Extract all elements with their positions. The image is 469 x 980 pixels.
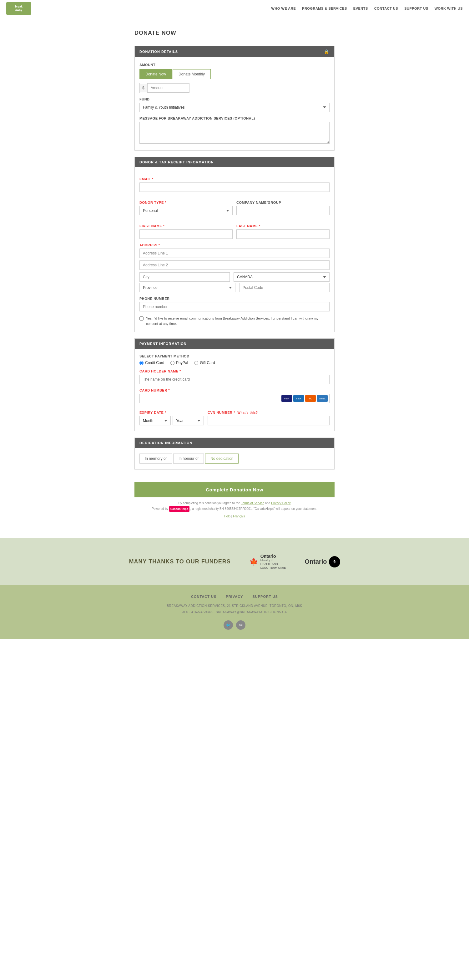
address-line1: BREAKAWAY ADDICTION SERVICES, 21 STRICKL… [6, 603, 463, 609]
payment-body: SELECT PAYMENT METHOD Credit Card PayPal… [135, 349, 334, 431]
page-title: DONATE NOW [135, 30, 334, 36]
ontario-name: Ontario [260, 554, 286, 559]
city-input[interactable] [139, 272, 230, 282]
trillium-icon: ⚜ [332, 559, 337, 565]
donation-details-body: AMOUNT Donate Now Donate Monthly $ FUND … [135, 57, 334, 150]
gift-card-radio-label[interactable]: Gift Card [194, 361, 215, 365]
amount-input[interactable] [147, 83, 189, 93]
last-name-col: LAST NAME * [236, 220, 330, 239]
paypal-radio-label[interactable]: PayPal [170, 361, 188, 365]
email-consent-text: Yes, I'd like to receive email communica… [146, 316, 330, 326]
terms-link[interactable]: Terms of Service [241, 501, 264, 505]
phone-label: PHONE NUMBER [139, 297, 330, 301]
province-select[interactable]: ProvinceOntarioQuebecBritish ColumbiaAlb… [139, 283, 235, 292]
twitter-icon: 🐦 [226, 623, 231, 628]
email-button[interactable]: ✉ [236, 620, 246, 630]
phone-input[interactable] [139, 302, 330, 312]
province-postal-row: ProvinceOntarioQuebecBritish ColumbiaAlb… [139, 283, 330, 292]
donation-details-card: DONATION DETAILS 🔒 AMOUNT Donate Now Don… [135, 46, 334, 151]
payment-card: PAYMENT INFORMATION SELECT PAYMENT METHO… [135, 338, 334, 431]
donor-type-select[interactable]: PersonalOrganization [139, 206, 233, 215]
expiry-group: MonthJanuaryFebruaryMarchAprilMayJuneJul… [139, 416, 204, 425]
footer-note-line1: By completing this donation you agree to… [135, 501, 334, 506]
cvn-input[interactable] [208, 416, 330, 425]
card-holder-label: CARD HOLDER NAME * [139, 369, 330, 373]
email-consent-checkbox[interactable] [139, 317, 144, 320]
amount-label: AMOUNT [139, 63, 330, 67]
help-link[interactable]: Help [224, 515, 230, 518]
nav-link-who-we-are[interactable]: WHO WE ARE [271, 6, 296, 10]
email-consent-row: Yes, I'd like to receive email communica… [139, 316, 330, 326]
dedication-body: In memory of In honour of No dedication [135, 448, 334, 469]
gift-card-radio[interactable] [194, 361, 198, 365]
dedication-header: DEDICATION INFORMATION [135, 438, 334, 448]
lock-icon: 🔒 [324, 49, 330, 54]
amount-prefix: $ [140, 84, 147, 92]
dedication-title: DEDICATION INFORMATION [139, 441, 192, 445]
ontario-ministry-text: Ontario Ministry ofHEALTH ANDLONG-TERM C… [260, 554, 286, 570]
email-field[interactable] [139, 183, 330, 192]
dedication-buttons: In memory of In honour of No dedication [139, 453, 330, 463]
company-input[interactable] [236, 206, 330, 215]
message-textarea[interactable] [139, 122, 330, 144]
credit-card-label: Credit Card [145, 361, 164, 365]
email-label: EMAIL * [139, 177, 330, 181]
ontario2-text: Ontario [304, 558, 327, 565]
city-country-row: CANADAUnited StatesOther [139, 272, 330, 282]
nav-link-contact-us[interactable]: CONTACT US [374, 6, 398, 10]
expiry-col: EXPIRY DATE * MonthJanuaryFebruaryMarchA… [139, 406, 204, 425]
paypal-radio[interactable] [170, 361, 174, 365]
address-line1-input[interactable] [139, 248, 330, 258]
footer-nav-contact-us[interactable]: CONTACT US [191, 595, 216, 598]
in-honour-button[interactable]: In honour of [173, 453, 204, 463]
donate-monthly-button[interactable]: Donate Monthly [173, 69, 211, 79]
twitter-button[interactable]: 🐦 [223, 620, 233, 630]
expiry-label: EXPIRY DATE * [139, 410, 204, 414]
no-dedication-button[interactable]: No dedication [205, 453, 239, 463]
nav-link-programs-and-services[interactable]: PROGRAMS & SERVICES [302, 6, 347, 10]
donor-info-header: DONOR & TAX RECEIPT INFORMATION [135, 157, 334, 167]
card-number-input[interactable] [139, 394, 330, 403]
fund-select[interactable]: Family & Youth InitiativesGeneral FundMe… [139, 103, 330, 112]
ontario-ministry: Ministry ofHEALTH ANDLONG-TERM CARE [260, 559, 286, 570]
footer-note-line2: Powered by CanadaHelps , a registered ch… [135, 506, 334, 512]
postal-input[interactable] [239, 283, 330, 292]
cvn-col: CVN NUMBER * What's this? [208, 406, 330, 425]
donate-now-button[interactable]: Donate Now [139, 69, 172, 79]
donor-info-card: DONOR & TAX RECEIPT INFORMATION EMAIL * … [135, 157, 334, 332]
credit-card-radio-label[interactable]: Credit Card [139, 361, 164, 365]
footer-social: 🐦 ✉ [6, 620, 463, 630]
funders-section: MANY THANKS TO OUR FUNDERS 🍁 Ontario Min… [0, 538, 469, 585]
footer-nav-privacy[interactable]: PRIVACY [226, 595, 243, 598]
donor-type-label: DONOR TYPE * [139, 200, 233, 204]
footer-note: By completing this donation you agree to… [135, 501, 334, 519]
ontario-trillium-badge: ⚜ [329, 556, 340, 568]
logo[interactable]: breakaway [6, 2, 31, 15]
donor-info-title: DONOR & TAX RECEIPT INFORMATION [139, 160, 214, 164]
country-select[interactable]: CANADAUnited StatesOther [234, 272, 330, 282]
expiry-year-select[interactable]: Year2024202520262027202820292030 [173, 416, 204, 425]
nav-link-support-us[interactable]: SUPPORT US [404, 6, 428, 10]
company-label: COMPANY NAME/GROUP [236, 200, 330, 204]
gift-card-label: Gift Card [200, 361, 215, 365]
nav-link-events[interactable]: EVENTS [353, 6, 368, 10]
francais-link[interactable]: Français [233, 515, 245, 518]
privacy-link[interactable]: Privacy Policy [271, 501, 290, 505]
last-name-input[interactable] [236, 229, 330, 239]
donate-toggle: Donate Now Donate Monthly [139, 69, 330, 79]
canada-helps-badge: CanadaHelps [169, 506, 190, 512]
footer-nav-support-us[interactable]: SUPPORT US [252, 595, 278, 598]
expiry-month-select[interactable]: MonthJanuaryFebruaryMarchAprilMayJuneJul… [139, 416, 171, 425]
in-memory-button[interactable]: In memory of [139, 453, 172, 463]
complete-donation-button[interactable]: Complete Donation Now [135, 482, 334, 497]
name-row: FIRST NAME * LAST NAME * [139, 220, 330, 239]
navigation: breakaway WHO WE AREPROGRAMS & SERVICESE… [0, 0, 469, 17]
address-line2-input[interactable] [139, 261, 330, 270]
credit-card-radio[interactable] [139, 361, 144, 365]
expiry-cvn-row: EXPIRY DATE * MonthJanuaryFebruaryMarchA… [139, 406, 330, 425]
first-name-input[interactable] [139, 229, 233, 239]
card-holder-input[interactable] [139, 375, 330, 384]
whats-this-link[interactable]: What's this? [237, 411, 258, 414]
card-number-label: CARD NUMBER * [139, 388, 330, 392]
nav-link-work-with-us[interactable]: WORK WITH US [435, 6, 463, 10]
